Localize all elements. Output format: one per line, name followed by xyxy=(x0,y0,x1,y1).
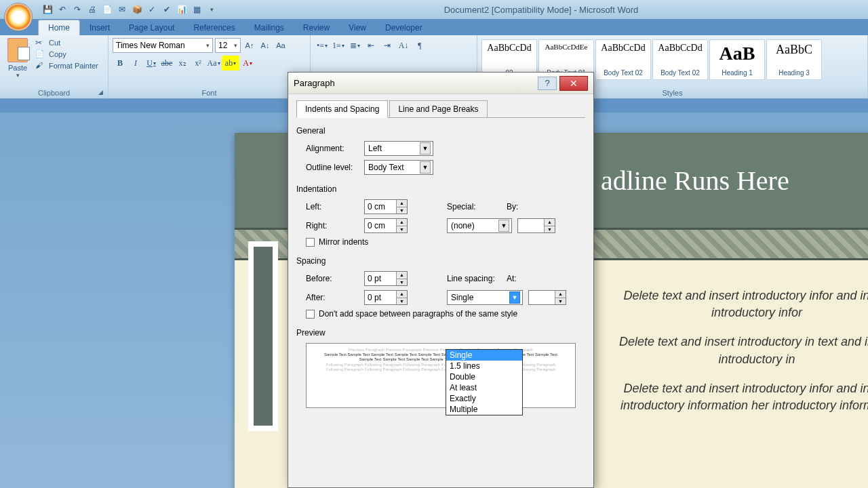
apps-icon[interactable]: ▦ xyxy=(191,4,202,15)
tab-references[interactable]: References xyxy=(184,20,244,35)
font-name-select[interactable]: Times New Roman▾ xyxy=(113,38,213,53)
alignment-select[interactable]: Left▼ xyxy=(364,141,433,156)
superscript-button[interactable]: x² xyxy=(191,56,205,70)
dialog-help-button[interactable]: ? xyxy=(538,77,557,90)
dropdown-option[interactable]: Double xyxy=(446,371,522,382)
paste-button[interactable]: Paste ▾ xyxy=(4,38,31,79)
format-painter-button[interactable]: Format Painter xyxy=(35,61,98,70)
outline-select[interactable]: Body Text▼ xyxy=(364,160,433,175)
line-spacing-select[interactable]: Single▼ xyxy=(447,290,523,305)
paste-icon xyxy=(7,38,28,62)
line-spacing-dropdown: Single 1.5 lines Double At least Exactly… xyxy=(446,349,523,415)
style-item[interactable]: AaBHeading 1 xyxy=(709,39,765,80)
spin-up-icon[interactable]: ▲ xyxy=(396,291,407,298)
tab-indents-spacing[interactable]: Indents and Spacing xyxy=(296,100,388,118)
dialog-title: Paragraph xyxy=(294,78,335,88)
spin-down-icon[interactable]: ▼ xyxy=(396,207,407,214)
ribbon-tabs: Home Insert Page Layout References Maili… xyxy=(38,19,868,35)
dont-add-space-checkbox[interactable]: Don't add space between paragraphs of th… xyxy=(296,309,585,319)
save-icon[interactable]: 💾 xyxy=(42,4,53,15)
shrink-font-icon[interactable]: A↓ xyxy=(258,38,272,53)
before-spinner[interactable]: 0 pt▲▼ xyxy=(364,271,408,286)
indent-left-spinner[interactable]: 0 cm▲▼ xyxy=(364,199,408,214)
by-spinner[interactable]: ▲▼ xyxy=(517,218,555,233)
tab-mailings[interactable]: Mailings xyxy=(245,20,294,35)
font-color-button[interactable]: A xyxy=(240,56,255,70)
dropdown-option[interactable]: 1.5 lines xyxy=(446,361,522,371)
spin-down-icon[interactable]: ▼ xyxy=(396,279,407,286)
strike-button[interactable]: abe xyxy=(159,56,174,70)
clear-format-icon[interactable]: Aa xyxy=(274,38,288,53)
indent-right-spinner[interactable]: 0 cm▲▼ xyxy=(364,218,408,233)
spin-up-icon[interactable]: ▲ xyxy=(396,219,407,226)
spin-down-icon[interactable]: ▼ xyxy=(396,298,407,305)
multilevel-icon[interactable]: ≣ xyxy=(347,38,362,53)
check-icon[interactable]: ✔ xyxy=(161,4,172,15)
dropdown-option[interactable]: Multiple xyxy=(446,404,522,415)
tab-line-page-breaks[interactable]: Line and Page Breaks xyxy=(389,100,487,118)
spin-up-icon[interactable]: ▲ xyxy=(396,200,407,207)
style-item[interactable]: AaBbCHeading 3 xyxy=(766,39,822,80)
style-item[interactable]: AaBbCcDdBody Text 02 xyxy=(652,39,708,80)
after-spinner[interactable]: 0 pt▲▼ xyxy=(364,290,408,305)
qat-more-icon[interactable]: ▾ xyxy=(206,4,217,15)
indent-left-label: Left: xyxy=(306,202,364,211)
spin-down-icon[interactable]: ▼ xyxy=(396,226,407,233)
style-item[interactable]: AaBbCcDdBody Text 02 xyxy=(595,39,651,80)
spin-up-icon[interactable]: ▲ xyxy=(396,272,407,279)
section-spacing: Spacing xyxy=(296,256,585,266)
at-spinner[interactable]: ▲▼ xyxy=(528,290,566,305)
dialog-title-bar[interactable]: Paragraph ? ✕ xyxy=(288,73,593,94)
dropdown-option[interactable]: Exactly xyxy=(446,393,522,404)
tab-review[interactable]: Review xyxy=(294,20,339,35)
outline-label: Outline level: xyxy=(306,163,364,172)
subscript-button[interactable]: x₂ xyxy=(175,56,190,70)
font-size-select[interactable]: 12▾ xyxy=(215,38,241,53)
tab-developer[interactable]: Developer xyxy=(376,20,432,35)
body-paragraph: Delete text and insert introductory in t… xyxy=(614,333,868,367)
grow-font-icon[interactable]: A↑ xyxy=(243,38,256,53)
chart-icon[interactable]: 📊 xyxy=(176,4,187,15)
office-button[interactable] xyxy=(4,3,33,31)
dialog-close-button[interactable]: ✕ xyxy=(559,76,588,91)
preview-icon[interactable]: 📄 xyxy=(102,4,113,15)
mirror-indents-checkbox[interactable]: Mirror indents xyxy=(296,237,585,247)
checkbox-icon xyxy=(306,238,315,247)
outdent-icon[interactable]: ⇤ xyxy=(363,38,378,53)
tab-home[interactable]: Home xyxy=(38,20,80,35)
clipboard-expand-icon[interactable]: ◢ xyxy=(98,89,105,96)
italic-button[interactable]: I xyxy=(128,56,143,70)
copy-button[interactable]: Copy xyxy=(35,49,98,59)
chevron-down-icon: ▼ xyxy=(420,161,431,174)
underline-button[interactable]: U xyxy=(144,56,159,70)
special-select[interactable]: (none)▼ xyxy=(447,218,512,233)
undo-icon[interactable]: ↶ xyxy=(57,4,68,15)
bold-button[interactable]: B xyxy=(113,56,127,70)
section-general: General xyxy=(296,126,585,136)
tab-page-layout[interactable]: Page Layout xyxy=(119,20,184,35)
email-icon[interactable]: ✉ xyxy=(117,4,127,15)
sort-icon[interactable]: A↓ xyxy=(396,38,411,53)
spell-icon[interactable]: ✓ xyxy=(146,4,157,15)
dropdown-option[interactable]: At least xyxy=(446,382,522,393)
cut-button[interactable]: Cut xyxy=(35,38,98,47)
tab-view[interactable]: View xyxy=(339,20,376,35)
spin-down-icon[interactable]: ▼ xyxy=(544,226,555,233)
change-case-button[interactable]: Aa xyxy=(206,56,221,70)
tab-insert[interactable]: Insert xyxy=(80,20,119,35)
highlight-button[interactable]: ab xyxy=(222,56,239,70)
numbering-icon[interactable]: 1≡ xyxy=(331,38,346,53)
spin-down-icon[interactable]: ▼ xyxy=(555,298,566,305)
spin-up-icon[interactable]: ▲ xyxy=(555,291,566,298)
indent-icon[interactable]: ⇥ xyxy=(380,38,395,53)
body-paragraph: Delete text and insert introductory info… xyxy=(614,380,868,414)
section-indentation: Indentation xyxy=(296,184,585,194)
print-icon[interactable]: 🖨 xyxy=(87,4,98,15)
bullets-icon[interactable]: •≡ xyxy=(315,38,330,53)
chevron-down-icon: ▼ xyxy=(498,220,509,232)
spin-up-icon[interactable]: ▲ xyxy=(544,219,555,226)
show-marks-icon[interactable]: ¶ xyxy=(412,38,427,53)
redo-icon[interactable]: ↷ xyxy=(72,4,83,15)
box-icon[interactable]: 📦 xyxy=(132,4,142,15)
dropdown-option[interactable]: Single xyxy=(446,350,522,361)
